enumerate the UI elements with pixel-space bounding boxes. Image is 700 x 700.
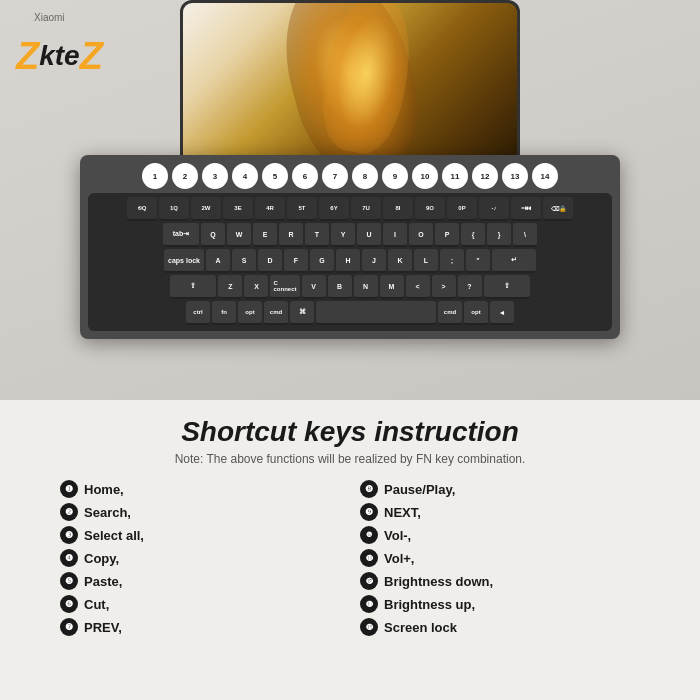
shortcut-label-11: Vol+, (384, 551, 414, 566)
shortcut-num-6: ❻ (60, 595, 78, 613)
shortcut-num-5: ❺ (60, 572, 78, 590)
shortcut-num-7: ❼ (60, 618, 78, 636)
shortcut-item-5: ❺ Paste, (60, 572, 340, 590)
shortcut-columns: ❶ Home, ❷ Search, ❸ Select all, ❹ Copy, … (60, 480, 640, 641)
key-u[interactable]: U (357, 223, 381, 247)
key-s[interactable]: S (232, 249, 256, 273)
key-8[interactable]: 8I (383, 197, 413, 221)
key-3[interactable]: 3E (223, 197, 253, 221)
key-7[interactable]: 7U (351, 197, 381, 221)
key-h[interactable]: H (336, 249, 360, 273)
shortcut-label-7: PREV, (84, 620, 122, 635)
key-a[interactable]: A (206, 249, 230, 273)
key-x[interactable]: X (244, 275, 268, 299)
shortcut-num-1: ❶ (60, 480, 78, 498)
key-arrow-left[interactable]: ◄ (490, 301, 514, 325)
num-dot-2: 2 (172, 163, 198, 189)
key-v[interactable]: V (302, 275, 326, 299)
key-b[interactable]: B (328, 275, 352, 299)
key-minus[interactable]: -♪ (479, 197, 509, 221)
shortcut-num-10: ❿ (360, 526, 378, 544)
key-equals[interactable]: =⏮ (511, 197, 541, 221)
key-j[interactable]: J (362, 249, 386, 273)
logo: Xiaomi Z kte Z (16, 12, 103, 75)
shortcut-item-7: ❼ PREV, (60, 618, 340, 636)
shortcut-item-13: ⓭ Brightness up, (360, 595, 640, 613)
key-cmd-right[interactable]: cmd (438, 301, 462, 325)
key-e[interactable]: E (253, 223, 277, 247)
key-capslock[interactable]: caps lock (164, 249, 204, 273)
tablet-screen (183, 3, 517, 167)
key-globe[interactable]: ⌘ (290, 301, 314, 325)
shortcut-num-4: ❹ (60, 549, 78, 567)
key-6[interactable]: 6Y (319, 197, 349, 221)
shortcut-item-14: ⓮ Screen lock (360, 618, 640, 636)
key-comma[interactable]: < (406, 275, 430, 299)
key-tab[interactable]: tab⇥ (163, 223, 199, 247)
space-row: ctrl fn opt cmd ⌘ cmd opt ◄ (94, 301, 606, 325)
key-c[interactable]: Cconnect (270, 275, 299, 299)
shortcut-label-2: Search, (84, 505, 131, 520)
key-5[interactable]: 5T (287, 197, 317, 221)
key-p[interactable]: P (435, 223, 459, 247)
key-rbrace[interactable]: } (487, 223, 511, 247)
shortcut-label-13: Brightness up, (384, 597, 475, 612)
key-t[interactable]: T (305, 223, 329, 247)
brand-name: Xiaomi (34, 12, 103, 23)
key-l[interactable]: L (414, 249, 438, 273)
key-esc[interactable]: ⎋Q (127, 197, 157, 221)
key-g[interactable]: G (310, 249, 334, 273)
key-9[interactable]: 9O (415, 197, 445, 221)
num-dot-12: 12 (472, 163, 498, 189)
key-lbrace[interactable]: { (461, 223, 485, 247)
shortcut-num-14: ⓮ (360, 618, 378, 636)
shortcut-item-2: ❷ Search, (60, 503, 340, 521)
num-dot-6: 6 (292, 163, 318, 189)
shortcut-label-10: Vol-, (384, 528, 411, 543)
key-1[interactable]: 1Q (159, 197, 189, 221)
key-control[interactable]: ctrl (186, 301, 210, 325)
key-slash[interactable]: ? (458, 275, 482, 299)
key-y[interactable]: Y (331, 223, 355, 247)
key-k[interactable]: K (388, 249, 412, 273)
keyboard-case: 1 2 3 4 5 6 7 8 9 10 11 12 13 14 ⎋Q 1Q 2… (80, 155, 620, 339)
key-enter[interactable]: ↵ (492, 249, 536, 273)
key-shift-left[interactable]: ⇧ (170, 275, 216, 299)
key-2[interactable]: 2W (191, 197, 221, 221)
key-m[interactable]: M (380, 275, 404, 299)
shortcut-item-1: ❶ Home, (60, 480, 340, 498)
num-dot-3: 3 (202, 163, 228, 189)
shortcut-item-4: ❹ Copy, (60, 549, 340, 567)
key-backslash[interactable]: \ (513, 223, 537, 247)
shortcut-item-3: ❸ Select all, (60, 526, 340, 544)
key-fn[interactable]: fn (212, 301, 236, 325)
tablet-device (180, 0, 520, 170)
key-r[interactable]: R (279, 223, 303, 247)
key-q[interactable]: Q (201, 223, 225, 247)
key-option-right[interactable]: opt (464, 301, 488, 325)
key-cmd-left[interactable]: cmd (264, 301, 288, 325)
shortcut-col-right: ❽ Pause/Play, ❾ NEXT, ❿ Vol-, ⓫ Vol+, ⓬ … (360, 480, 640, 641)
key-option-left[interactable]: opt (238, 301, 262, 325)
shortcut-num-13: ⓭ (360, 595, 378, 613)
key-backspace[interactable]: ⌫🔒 (543, 197, 573, 221)
qwerty-row: tab⇥ Q W E R T Y U I O P { } \ (94, 223, 606, 247)
key-i[interactable]: I (383, 223, 407, 247)
key-space[interactable] (316, 301, 436, 325)
key-n[interactable]: N (354, 275, 378, 299)
key-f[interactable]: F (284, 249, 308, 273)
key-quote[interactable]: " (466, 249, 490, 273)
key-0[interactable]: 0P (447, 197, 477, 221)
key-shift-right[interactable]: ⇧ (484, 275, 530, 299)
key-d[interactable]: D (258, 249, 282, 273)
key-w[interactable]: W (227, 223, 251, 247)
key-4[interactable]: 4R (255, 197, 285, 221)
key-semicolon[interactable]: ; (440, 249, 464, 273)
key-period[interactable]: > (432, 275, 456, 299)
page-title: Shortcut keys instruction (60, 416, 640, 448)
key-o[interactable]: O (409, 223, 433, 247)
shortcut-label-14: Screen lock (384, 620, 457, 635)
num-dot-5: 5 (262, 163, 288, 189)
shortcut-item-10: ❿ Vol-, (360, 526, 640, 544)
key-z[interactable]: Z (218, 275, 242, 299)
